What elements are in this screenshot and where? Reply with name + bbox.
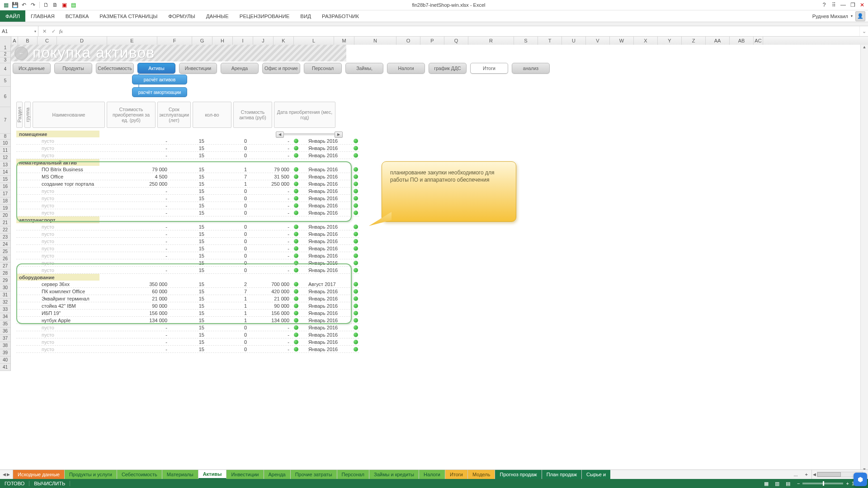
cell-date[interactable]: Январь 2016 [299, 138, 352, 144]
cell-date[interactable]: Январь 2016 [299, 153, 352, 158]
cell-cost[interactable]: - [118, 339, 171, 345]
data-row[interactable]: Эквайринг терминал21 00015121 000Январь … [16, 295, 359, 302]
restore-icon[interactable]: ❐ [849, 1, 857, 9]
cell-name[interactable]: ПК комплект Office [33, 289, 118, 294]
sub-nav-button[interactable]: расчёт амортизации [132, 87, 187, 97]
cell-life[interactable]: 15 [171, 289, 208, 294]
cell-date[interactable]: Январь 2016 [299, 246, 352, 251]
cell-qty[interactable]: 7 [208, 174, 250, 179]
data-row[interactable]: пусто-150-Январь 2016 [16, 223, 359, 230]
cell-name[interactable]: пусто [33, 267, 118, 273]
undo-icon[interactable]: ↶ [20, 1, 28, 9]
sheet-tab[interactable]: Аренда [264, 470, 291, 479]
data-row[interactable]: пусто-150-Январь 2016 [16, 209, 359, 216]
cancel-formula-icon[interactable]: ✕ [40, 28, 48, 34]
data-row[interactable]: сервер 36хх350 000152700 000Август 2017 [16, 281, 359, 288]
cell-qty[interactable]: 0 [208, 267, 250, 273]
row-header-39[interactable]: 39 [0, 349, 11, 357]
col-header-AC[interactable]: AC [754, 37, 763, 45]
row-header-24[interactable]: 24 [0, 241, 11, 248]
cell-name[interactable]: MS Office [33, 174, 118, 179]
cell-name[interactable]: пусто [33, 153, 118, 158]
cell-name[interactable]: создание торг портала [33, 181, 118, 187]
row-header-35[interactable]: 35 [0, 320, 11, 328]
data-row[interactable]: пусто-150-Январь 2016 [16, 346, 359, 353]
cell-life[interactable]: 15 [171, 188, 208, 194]
scroll-up-icon[interactable]: ▲ [861, 45, 868, 49]
qat-icon-2[interactable]: 🗎 [51, 1, 59, 9]
cell-value[interactable]: - [250, 246, 293, 251]
row-header-19[interactable]: 19 [0, 205, 11, 212]
cell-cost[interactable]: - [118, 145, 171, 151]
cell-qty[interactable]: 0 [208, 339, 250, 345]
cell-life[interactable]: 15 [171, 339, 208, 345]
cell-cost[interactable]: - [118, 138, 171, 144]
cell-cost[interactable]: 60 000 [118, 289, 171, 294]
cell-date[interactable]: Январь 2016 [299, 188, 352, 194]
ribbon-tab-вид[interactable]: ВИД [295, 10, 316, 22]
cell-value[interactable]: 134 000 [250, 318, 293, 323]
cell-name[interactable]: Эквайринг терминал [33, 296, 118, 301]
row-header-21[interactable]: 21 [0, 219, 11, 226]
cell-life[interactable]: 15 [171, 325, 208, 330]
cell-value[interactable]: 156 000 [250, 310, 293, 316]
cell-life[interactable]: 15 [171, 210, 208, 216]
data-row[interactable]: ИБП 19"156 000151156 000Январь 2016 [16, 310, 359, 317]
cell-cost[interactable]: - [118, 203, 171, 208]
col-header-M[interactable]: M [334, 37, 354, 45]
cell-life[interactable]: 15 [171, 153, 208, 158]
cell-value[interactable]: - [250, 267, 293, 273]
col-header-V[interactable]: V [586, 37, 610, 45]
cell-qty[interactable]: 0 [208, 239, 250, 244]
ribbon-tab-файл[interactable]: ФАЙЛ [0, 10, 25, 22]
cell-cost[interactable]: 250 000 [118, 181, 171, 187]
sheet-tab[interactable]: Материалы [162, 470, 198, 479]
sheet-tab[interactable]: Займы и кредиты [369, 470, 419, 479]
cell-value[interactable]: - [250, 224, 293, 230]
cell-qty[interactable]: 0 [208, 203, 250, 208]
col-header-S[interactable]: S [514, 37, 538, 45]
cell-cost[interactable]: - [118, 325, 171, 330]
qat-icon-3[interactable]: ▣ [60, 1, 68, 9]
data-row[interactable]: пусто-150-Январь 2016 [16, 338, 359, 346]
cell-value[interactable]: 79 000 [250, 167, 293, 172]
cell-life[interactable]: 15 [171, 167, 208, 172]
cell-qty[interactable]: 0 [208, 260, 250, 266]
col-header-X[interactable]: X [634, 37, 658, 45]
row-header-37[interactable]: 37 [0, 335, 11, 342]
cell-name[interactable]: пусто [33, 224, 118, 230]
row-header-25[interactable]: 25 [0, 248, 11, 255]
cell-date[interactable]: Январь 2016 [299, 296, 352, 301]
qat-icon-1[interactable]: 🗋 [42, 1, 50, 9]
tabs-overflow[interactable]: ... [790, 470, 801, 479]
add-sheet-button[interactable]: + [802, 470, 811, 479]
cell-cost[interactable]: - [118, 246, 171, 251]
tab-nav[interactable]: ◀▶ [0, 470, 13, 479]
cell-cost[interactable]: - [118, 267, 171, 273]
cell-qty[interactable]: 0 [208, 332, 250, 338]
row-header-1[interactable]: 1 [0, 45, 11, 52]
sheet-tab[interactable]: Итоги [445, 470, 468, 479]
zoom-track[interactable] [802, 483, 843, 484]
row-header-31[interactable]: 31 [0, 291, 11, 299]
cell-date[interactable]: Январь 2016 [299, 174, 352, 179]
data-row[interactable]: стойка 42" IBM90 00015190 000Январь 2016 [16, 302, 359, 310]
data-row[interactable]: создание торг портала250 000151250 000Ян… [16, 180, 359, 188]
row-header-27[interactable]: 27 [0, 263, 11, 270]
cell-name[interactable]: сервер 36хх [33, 282, 118, 287]
cell-cost[interactable]: 4 500 [118, 174, 171, 179]
cell-value[interactable]: - [250, 210, 293, 216]
cell-cost[interactable]: - [118, 188, 171, 194]
cell-name[interactable]: пусто [33, 196, 118, 201]
cell-value[interactable]: - [250, 188, 293, 194]
sheet-tab[interactable]: Персонал [337, 470, 370, 479]
cell-value[interactable]: - [250, 347, 293, 352]
minimize-icon[interactable]: — [839, 1, 847, 9]
cell-life[interactable]: 15 [171, 203, 208, 208]
cell-name[interactable]: пусто [33, 260, 118, 266]
nav-button[interactable]: Активы [137, 63, 175, 74]
expand-formula-bar-icon[interactable]: ⌄ [859, 26, 868, 36]
cell-date[interactable]: Январь 2016 [299, 325, 352, 330]
cell-name[interactable]: пусто [33, 332, 118, 338]
name-box[interactable]: A1 [0, 26, 38, 36]
